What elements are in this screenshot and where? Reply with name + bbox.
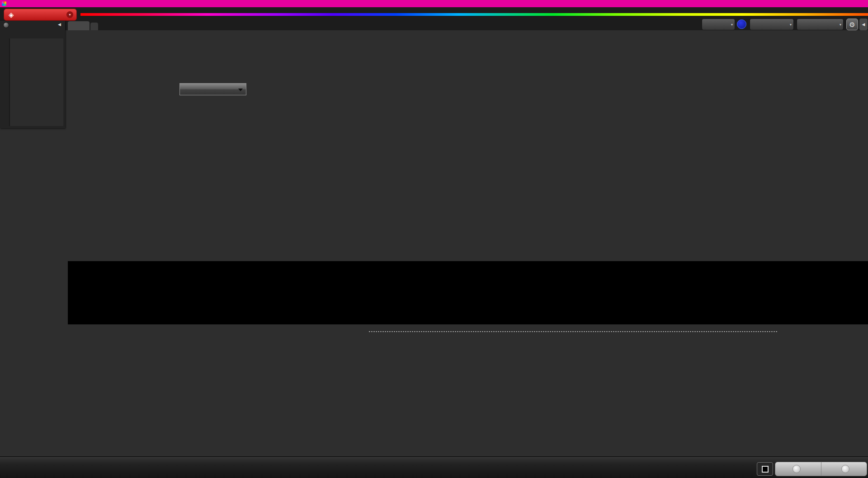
chevron-left-icon: ◀ <box>862 22 865 27</box>
navigation-tray <box>775 462 867 476</box>
settings-gear-button[interactable]: ⚙ <box>846 19 858 30</box>
chevron-down-icon: ▾ <box>840 23 841 27</box>
app-toolbar: ◈ ▾ ▾ ▾ ▾ ⚙ ◀ <box>0 7 868 30</box>
grayscale-preview-strip <box>68 261 868 324</box>
workflow-tree <box>9 38 63 126</box>
spectrum-stripe <box>80 13 868 16</box>
dropdown-arrow-icon <box>238 89 243 94</box>
app-icon <box>2 1 6 6</box>
calman-logo-button[interactable]: ◈ ▾ <box>4 9 77 21</box>
pattern-square-icon <box>762 466 769 473</box>
workflow-sidebar: ◀ <box>0 21 65 128</box>
back-button[interactable] <box>775 462 821 476</box>
collapse-panel-button[interactable]: ◀ <box>859 19 868 30</box>
display-status-indicator <box>798 20 800 29</box>
meter-count-badge[interactable] <box>737 19 746 29</box>
sidebar-dot-button[interactable] <box>3 22 9 28</box>
chevron-left-icon: ◀ <box>58 22 61 27</box>
gear-icon: ⚙ <box>849 21 855 28</box>
pattern-toolbar <box>0 456 868 478</box>
chevron-down-icon: ▾ <box>790 23 792 27</box>
window-titlebar <box>0 0 868 7</box>
calman-diamond-icon: ◈ <box>9 11 14 19</box>
target-row-label <box>113 293 119 316</box>
tab-history-1[interactable] <box>68 21 90 30</box>
display-control-dropdown[interactable]: ▾ <box>797 19 844 30</box>
measurement-table <box>369 331 777 332</box>
sidebar-collapse-button[interactable]: ◀ <box>58 22 61 27</box>
source-dropdown[interactable]: ▾ <box>750 19 794 30</box>
add-tab-button[interactable] <box>90 23 98 30</box>
source-status-indicator <box>751 20 753 29</box>
next-arrow-icon <box>841 465 849 473</box>
back-arrow-icon <box>793 465 801 473</box>
meter-dropdown[interactable]: ▾ <box>702 19 735 30</box>
calman-window: ◈ ▾ ▾ ▾ ▾ ⚙ ◀ ◀ <box>0 0 868 478</box>
chevron-down-icon: ▾ <box>731 23 733 27</box>
actual-row-label <box>113 267 119 292</box>
next-button[interactable] <box>821 462 867 476</box>
pattern-window-button[interactable] <box>757 462 773 476</box>
de-formula-dropdown[interactable] <box>179 83 246 95</box>
chevron-down-icon: ▾ <box>66 11 73 18</box>
meter-status-indicator <box>703 20 705 29</box>
